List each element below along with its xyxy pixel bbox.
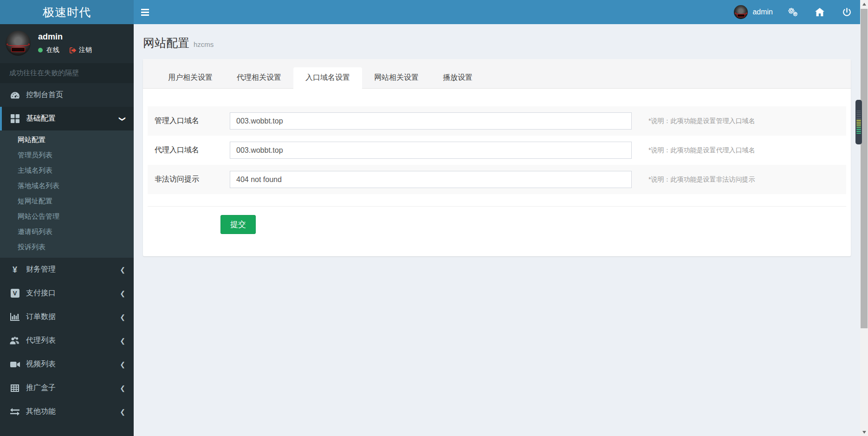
tab-3[interactable]: 网站相关设置 xyxy=(362,67,431,88)
page-subtitle: hzcms xyxy=(194,40,214,48)
form-label: 代理入口域名 xyxy=(155,145,230,155)
chevron-left-icon: ❮ xyxy=(120,361,125,368)
tab-2[interactable]: 入口域名设置 xyxy=(293,67,362,89)
main-content: 网站配置 hzcms 用户相关设置代理相关设置入口域名设置网站相关设置播放设置 … xyxy=(134,24,860,436)
tab-0[interactable]: 用户相关设置 xyxy=(156,67,225,88)
scrollbar-up-arrow[interactable] xyxy=(860,0,868,8)
sidebar-menu: 控制台首页基础配置❯网站配置管理员列表主域名列表落地域名列表短网址配置网站公告管… xyxy=(0,83,134,423)
logout-label: 注销 xyxy=(79,46,92,54)
sidebar-item-label: 视频列表 xyxy=(26,359,114,369)
online-status-dot xyxy=(38,48,43,52)
form-row: 代理入口域名*说明：此项功能是设置代理入口域名 xyxy=(148,136,846,165)
text-input[interactable] xyxy=(230,142,632,159)
form-help-note: *说明：此项功能是设置管理入口域名 xyxy=(648,117,755,125)
sidebar-user-panel: admin 在线 注销 xyxy=(0,24,134,63)
sidebar-item-5: 代理列表❮ xyxy=(0,329,134,352)
form-help-note: *说明：此项功能是设置非法访问提示 xyxy=(648,176,755,184)
chevron-left-icon: ❮ xyxy=(120,290,125,297)
users-icon xyxy=(9,337,20,345)
chevron-left-icon: ❮ xyxy=(120,384,125,392)
sidebar-link[interactable]: 基础配置❯ xyxy=(0,107,134,130)
form-label: 非法访问提示 xyxy=(155,175,230,184)
submenu-item[interactable]: 管理员列表 xyxy=(0,148,134,163)
chevron-left-icon: ❮ xyxy=(120,337,125,345)
exchange-icon xyxy=(9,408,20,416)
scrollbar-down-arrow[interactable] xyxy=(860,428,868,436)
grid-icon xyxy=(9,114,20,123)
v-square-icon: V xyxy=(9,289,20,298)
chevron-left-icon: ❮ xyxy=(120,408,125,416)
sidebar-link[interactable]: 控制台首页 xyxy=(0,83,134,107)
sidebar-item-3: V支付接口❮ xyxy=(0,281,134,305)
text-input[interactable] xyxy=(230,112,632,130)
chevron-left-icon: ❮ xyxy=(120,266,125,273)
user-avatar xyxy=(734,5,748,19)
settings-panel: 用户相关设置代理相关设置入口域名设置网站相关设置播放设置 管理入口域名*说明：此… xyxy=(143,59,851,256)
tab-content: 管理入口域名*说明：此项功能是设置管理入口域名代理入口域名*说明：此项功能是设置… xyxy=(143,89,851,194)
browser-scrollbar[interactable] xyxy=(860,0,868,436)
top-navbar: 极速时代 admin xyxy=(0,0,860,24)
online-status-label: 在线 xyxy=(46,46,59,54)
page-header: 网站配置 hzcms xyxy=(134,24,860,59)
sidebar-toggle-button[interactable] xyxy=(135,0,155,24)
sidebar-item-label: 基础配置 xyxy=(26,114,114,124)
page-title: 网站配置 xyxy=(143,35,189,51)
sidebar-link[interactable]: 代理列表❮ xyxy=(0,329,134,352)
chevron-down-icon: ❯ xyxy=(119,116,126,122)
bar-chart-icon xyxy=(9,313,20,321)
submenu-item[interactable]: 投诉列表 xyxy=(0,240,134,255)
submit-button[interactable]: 提交 xyxy=(220,215,256,234)
submenu-item[interactable]: 网站公告管理 xyxy=(0,209,134,224)
table-icon xyxy=(9,384,20,392)
form-help-note: *说明：此项功能是设置代理入口域名 xyxy=(648,146,755,155)
sidebar-item-label: 财务管理 xyxy=(26,265,114,274)
sidebar-link[interactable]: ¥财务管理❮ xyxy=(0,258,134,281)
sidebar-item-7: 推广盒子❮ xyxy=(0,376,134,400)
sidebar-link[interactable]: 订单数据❮ xyxy=(0,305,134,329)
sidebar-item-label: 订单数据 xyxy=(26,312,114,322)
tab-strip: 用户相关设置代理相关设置入口域名设置网站相关设置播放设置 xyxy=(143,59,851,89)
tab-4[interactable]: 播放设置 xyxy=(431,67,485,88)
sidebar-item-label: 代理列表 xyxy=(26,336,114,345)
sidebar-item-1: 基础配置❯网站配置管理员列表主域名列表落地域名列表短网址配置网站公告管理邀请码列… xyxy=(0,107,134,258)
sidebar-item-label: 控制台首页 xyxy=(26,90,127,100)
app-logo[interactable]: 极速时代 xyxy=(0,0,134,24)
tab-1[interactable]: 代理相关设置 xyxy=(225,67,293,88)
settings-button[interactable] xyxy=(779,0,806,24)
submenu-item[interactable]: 网站配置 xyxy=(0,132,134,148)
logout-power-button[interactable] xyxy=(833,0,860,24)
sidebar-link[interactable]: 视频列表❮ xyxy=(0,352,134,376)
sidebar-motto: 成功往往在失败的隔壁 xyxy=(0,63,134,83)
sign-out-icon xyxy=(70,47,77,53)
submenu-item[interactable]: 邀请码列表 xyxy=(0,224,134,240)
scroll-minimap-marker xyxy=(855,100,862,144)
scrollbar-thumb[interactable] xyxy=(861,9,868,328)
sidebar-submenu: 网站配置管理员列表主域名列表落地域名列表短网址配置网站公告管理邀请码列表投诉列表 xyxy=(0,130,134,258)
gears-icon xyxy=(788,7,798,17)
sidebar-item-8: 其他功能❮ xyxy=(0,400,134,423)
dashboard-icon xyxy=(9,91,20,99)
sidebar-item-label: 其他功能 xyxy=(26,407,114,416)
sidebar-link[interactable]: 推广盒子❮ xyxy=(0,376,134,400)
video-icon xyxy=(9,361,20,368)
logout-link[interactable]: 注销 xyxy=(70,46,92,54)
sidebar-item-label: 支付接口 xyxy=(26,288,114,298)
form-row: 非法访问提示*说明：此项功能是设置非法访问提示 xyxy=(148,165,846,194)
power-icon xyxy=(842,8,851,17)
sidebar-link[interactable]: V支付接口❮ xyxy=(0,281,134,305)
submenu-item[interactable]: 主域名列表 xyxy=(0,163,134,178)
sidebar-item-2: ¥财务管理❮ xyxy=(0,258,134,281)
sidebar-item-4: 订单数据❮ xyxy=(0,305,134,329)
chevron-left-icon: ❮ xyxy=(120,313,125,321)
user-avatar xyxy=(6,31,31,56)
sidebar-link[interactable]: 其他功能❮ xyxy=(0,400,134,423)
sidebar-item-6: 视频列表❮ xyxy=(0,352,134,376)
text-input[interactable] xyxy=(230,171,632,188)
topbar-username: admin xyxy=(752,8,773,16)
sidebar-item-label: 推广盒子 xyxy=(26,383,114,393)
home-button[interactable] xyxy=(806,0,833,24)
topbar-user-menu[interactable]: admin xyxy=(727,0,779,24)
form-row: 管理入口域名*说明：此项功能是设置管理入口域名 xyxy=(148,106,846,136)
submenu-item[interactable]: 落地域名列表 xyxy=(0,178,134,194)
submenu-item[interactable]: 短网址配置 xyxy=(0,194,134,209)
